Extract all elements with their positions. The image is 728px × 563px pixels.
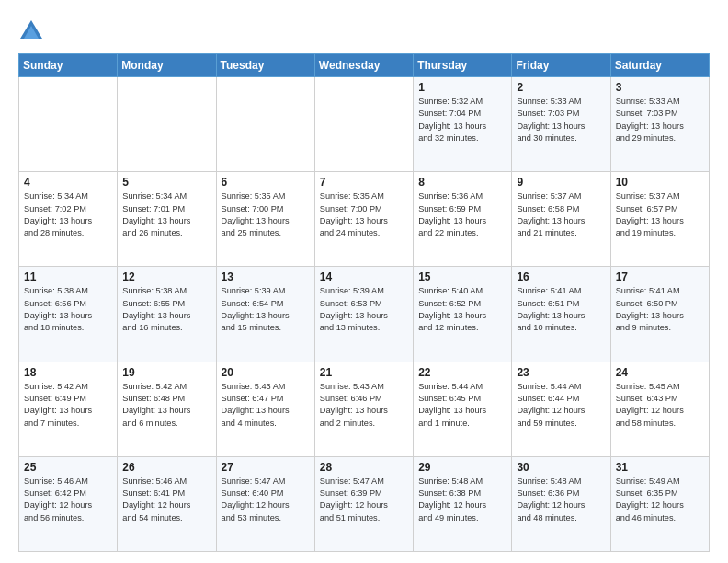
calendar-cell: 23Sunrise: 5:44 AMSunset: 6:44 PMDayligh… bbox=[512, 362, 610, 456]
calendar-cell: 30Sunrise: 5:48 AMSunset: 6:36 PMDayligh… bbox=[512, 456, 610, 551]
cell-content: Sunrise: 5:33 AMSunset: 7:03 PMDaylight:… bbox=[517, 96, 605, 144]
day-number: 15 bbox=[418, 270, 506, 283]
col-header-sunday: Sunday bbox=[19, 54, 118, 77]
calendar-cell: 28Sunrise: 5:47 AMSunset: 6:39 PMDayligh… bbox=[314, 456, 413, 551]
day-number: 29 bbox=[418, 461, 506, 474]
calendar-cell bbox=[118, 77, 216, 172]
cell-content: Sunrise: 5:48 AMSunset: 6:36 PMDaylight:… bbox=[517, 476, 605, 524]
logo-icon bbox=[18, 18, 44, 44]
day-number: 8 bbox=[418, 176, 506, 189]
day-number: 24 bbox=[616, 366, 704, 379]
calendar-cell: 3Sunrise: 5:33 AMSunset: 7:03 PMDaylight… bbox=[610, 77, 709, 172]
cell-content: Sunrise: 5:37 AMSunset: 6:58 PMDaylight:… bbox=[517, 190, 605, 239]
calendar-cell: 27Sunrise: 5:47 AMSunset: 6:40 PMDayligh… bbox=[216, 456, 314, 551]
cell-content: Sunrise: 5:46 AMSunset: 6:41 PMDaylight:… bbox=[122, 476, 210, 524]
calendar-cell: 19Sunrise: 5:42 AMSunset: 6:48 PMDayligh… bbox=[118, 362, 216, 456]
calendar-cell: 7Sunrise: 5:35 AMSunset: 7:00 PMDaylight… bbox=[314, 172, 413, 267]
day-number: 1 bbox=[418, 81, 506, 94]
calendar-cell: 1Sunrise: 5:32 AMSunset: 7:04 PMDaylight… bbox=[414, 77, 512, 172]
cell-content: Sunrise: 5:41 AMSunset: 6:50 PMDaylight:… bbox=[616, 285, 704, 334]
calendar-week-3: 11Sunrise: 5:38 AMSunset: 6:56 PMDayligh… bbox=[19, 267, 710, 362]
day-number: 30 bbox=[517, 461, 605, 474]
day-number: 5 bbox=[122, 176, 210, 189]
calendar-cell: 15Sunrise: 5:40 AMSunset: 6:52 PMDayligh… bbox=[414, 267, 512, 362]
calendar-cell: 14Sunrise: 5:39 AMSunset: 6:53 PMDayligh… bbox=[314, 267, 413, 362]
day-number: 25 bbox=[24, 461, 112, 474]
calendar-cell: 4Sunrise: 5:34 AMSunset: 7:02 PMDaylight… bbox=[19, 172, 118, 267]
col-header-friday: Friday bbox=[512, 54, 610, 77]
calendar-cell: 2Sunrise: 5:33 AMSunset: 7:03 PMDaylight… bbox=[512, 77, 610, 172]
day-number: 22 bbox=[418, 366, 506, 379]
day-number: 10 bbox=[616, 176, 704, 189]
calendar-cell: 12Sunrise: 5:38 AMSunset: 6:55 PMDayligh… bbox=[118, 267, 216, 362]
calendar-cell: 24Sunrise: 5:45 AMSunset: 6:43 PMDayligh… bbox=[610, 362, 709, 456]
calendar-cell bbox=[216, 77, 314, 172]
col-header-tuesday: Tuesday bbox=[216, 54, 314, 77]
cell-content: Sunrise: 5:35 AMSunset: 7:00 PMDaylight:… bbox=[320, 190, 408, 239]
calendar-cell: 17Sunrise: 5:41 AMSunset: 6:50 PMDayligh… bbox=[610, 267, 709, 362]
col-header-saturday: Saturday bbox=[610, 54, 709, 77]
cell-content: Sunrise: 5:32 AMSunset: 7:04 PMDaylight:… bbox=[418, 96, 506, 144]
calendar-cell bbox=[314, 77, 413, 172]
calendar-cell: 9Sunrise: 5:37 AMSunset: 6:58 PMDaylight… bbox=[512, 172, 610, 267]
day-number: 31 bbox=[616, 461, 704, 474]
cell-content: Sunrise: 5:43 AMSunset: 6:47 PMDaylight:… bbox=[222, 381, 310, 430]
header bbox=[18, 15, 710, 44]
day-number: 6 bbox=[222, 176, 310, 189]
day-number: 26 bbox=[122, 461, 210, 474]
day-number: 19 bbox=[122, 366, 210, 379]
calendar-cell: 8Sunrise: 5:36 AMSunset: 6:59 PMDaylight… bbox=[414, 172, 512, 267]
col-header-wednesday: Wednesday bbox=[314, 54, 413, 77]
day-number: 7 bbox=[320, 176, 408, 189]
calendar-cell: 26Sunrise: 5:46 AMSunset: 6:41 PMDayligh… bbox=[118, 456, 216, 551]
calendar-table: SundayMondayTuesdayWednesdayThursdayFrid… bbox=[18, 53, 710, 552]
day-number: 17 bbox=[616, 270, 704, 283]
day-number: 28 bbox=[320, 461, 408, 474]
calendar-cell: 5Sunrise: 5:34 AMSunset: 7:01 PMDaylight… bbox=[118, 172, 216, 267]
day-number: 13 bbox=[222, 270, 310, 283]
cell-content: Sunrise: 5:44 AMSunset: 6:45 PMDaylight:… bbox=[418, 381, 506, 430]
calendar-cell: 18Sunrise: 5:42 AMSunset: 6:49 PMDayligh… bbox=[19, 362, 118, 456]
calendar-week-2: 4Sunrise: 5:34 AMSunset: 7:02 PMDaylight… bbox=[19, 172, 710, 267]
cell-content: Sunrise: 5:44 AMSunset: 6:44 PMDaylight:… bbox=[517, 381, 605, 430]
cell-content: Sunrise: 5:38 AMSunset: 6:55 PMDaylight:… bbox=[122, 285, 210, 334]
calendar-week-4: 18Sunrise: 5:42 AMSunset: 6:49 PMDayligh… bbox=[19, 362, 710, 456]
calendar-week-1: 1Sunrise: 5:32 AMSunset: 7:04 PMDaylight… bbox=[19, 77, 710, 172]
calendar-cell: 10Sunrise: 5:37 AMSunset: 6:57 PMDayligh… bbox=[610, 172, 709, 267]
cell-content: Sunrise: 5:40 AMSunset: 6:52 PMDaylight:… bbox=[418, 285, 506, 334]
cell-content: Sunrise: 5:45 AMSunset: 6:43 PMDaylight:… bbox=[616, 381, 704, 430]
day-number: 27 bbox=[222, 461, 310, 474]
calendar-cell: 25Sunrise: 5:46 AMSunset: 6:42 PMDayligh… bbox=[19, 456, 118, 551]
col-header-thursday: Thursday bbox=[414, 54, 512, 77]
calendar-header-row: SundayMondayTuesdayWednesdayThursdayFrid… bbox=[19, 54, 710, 77]
day-number: 20 bbox=[222, 366, 310, 379]
cell-content: Sunrise: 5:39 AMSunset: 6:53 PMDaylight:… bbox=[320, 285, 408, 334]
page: SundayMondayTuesdayWednesdayThursdayFrid… bbox=[0, 0, 728, 563]
day-number: 9 bbox=[517, 176, 605, 189]
day-number: 14 bbox=[320, 270, 408, 283]
calendar-week-5: 25Sunrise: 5:46 AMSunset: 6:42 PMDayligh… bbox=[19, 456, 710, 551]
calendar-cell: 16Sunrise: 5:41 AMSunset: 6:51 PMDayligh… bbox=[512, 267, 610, 362]
day-number: 12 bbox=[122, 270, 210, 283]
day-number: 3 bbox=[616, 81, 704, 94]
cell-content: Sunrise: 5:37 AMSunset: 6:57 PMDaylight:… bbox=[616, 190, 704, 239]
cell-content: Sunrise: 5:36 AMSunset: 6:59 PMDaylight:… bbox=[418, 190, 506, 239]
cell-content: Sunrise: 5:49 AMSunset: 6:35 PMDaylight:… bbox=[616, 476, 704, 524]
calendar-cell: 22Sunrise: 5:44 AMSunset: 6:45 PMDayligh… bbox=[414, 362, 512, 456]
day-number: 16 bbox=[517, 270, 605, 283]
calendar-cell: 6Sunrise: 5:35 AMSunset: 7:00 PMDaylight… bbox=[216, 172, 314, 267]
day-number: 4 bbox=[24, 176, 112, 189]
calendar-cell: 31Sunrise: 5:49 AMSunset: 6:35 PMDayligh… bbox=[610, 456, 709, 551]
calendar-cell: 11Sunrise: 5:38 AMSunset: 6:56 PMDayligh… bbox=[19, 267, 118, 362]
calendar-cell bbox=[19, 77, 118, 172]
day-number: 11 bbox=[24, 270, 112, 283]
cell-content: Sunrise: 5:35 AMSunset: 7:00 PMDaylight:… bbox=[222, 190, 310, 239]
day-number: 2 bbox=[517, 81, 605, 94]
cell-content: Sunrise: 5:38 AMSunset: 6:56 PMDaylight:… bbox=[24, 285, 112, 334]
cell-content: Sunrise: 5:48 AMSunset: 6:38 PMDaylight:… bbox=[418, 476, 506, 524]
day-number: 18 bbox=[24, 366, 112, 379]
cell-content: Sunrise: 5:41 AMSunset: 6:51 PMDaylight:… bbox=[517, 285, 605, 334]
cell-content: Sunrise: 5:43 AMSunset: 6:46 PMDaylight:… bbox=[320, 381, 408, 430]
cell-content: Sunrise: 5:47 AMSunset: 6:40 PMDaylight:… bbox=[222, 476, 310, 524]
cell-content: Sunrise: 5:42 AMSunset: 6:49 PMDaylight:… bbox=[24, 381, 112, 430]
